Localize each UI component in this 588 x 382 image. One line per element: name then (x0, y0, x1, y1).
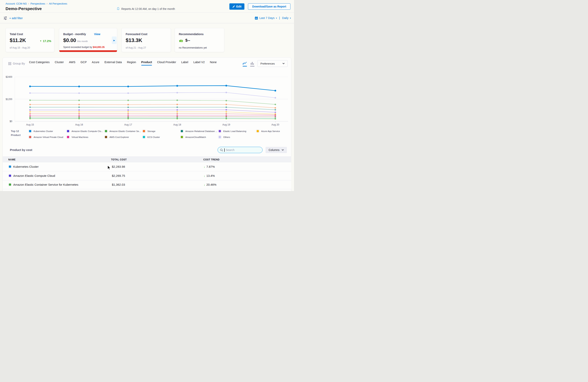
arrow-down-icon: ↓ (204, 165, 205, 168)
money-icon (179, 38, 184, 42)
series-color-swatch (28, 135, 32, 139)
budget-amount: $0.00 (63, 37, 76, 43)
row-product-name[interactable]: Amazon Elastic Container Service for Kub… (13, 183, 78, 186)
total-cost-period: of Aug 15 - Aug 20 (10, 46, 30, 49)
tab-gcp[interactable]: GCP (80, 60, 86, 65)
legend-item-amazon-elastic-container-se-[interactable]: Amazon Elastic Container Se... (104, 130, 142, 133)
tab-none[interactable]: None (210, 60, 217, 65)
chart-point (225, 109, 227, 111)
chart-point (176, 99, 178, 101)
row-cost-trend: ↓20.46% (204, 183, 216, 186)
budget-view-link[interactable]: View (94, 33, 100, 36)
legend-item-label: Elastic Load Balancing (223, 130, 246, 133)
tab-region[interactable]: Region (127, 60, 136, 65)
table-row[interactable]: Amazon Elastic Container Service for Kub… (3, 180, 291, 189)
edit-button[interactable]: Edit (229, 3, 244, 10)
series-color-swatch (104, 135, 108, 139)
legend-item-amazon-relational-database-[interactable]: Amazon Relational Database ... (180, 130, 218, 133)
row-cost-trend: ↓7.87% (204, 165, 215, 168)
breadcrumb-all-perspectives-link[interactable]: All Perspectives (49, 2, 67, 5)
budget-flyout-button[interactable]: ▶ (112, 37, 117, 44)
download-button-label: Download/Save as Report (252, 5, 286, 8)
col-header-total-cost[interactable]: TOTAL COST (111, 158, 127, 161)
budget-title: Budget - monthly (63, 33, 86, 36)
chart-point (225, 116, 227, 118)
search-input[interactable]: Search (218, 147, 263, 153)
chart-point (127, 86, 129, 87)
groupby-tabs: Cost CategoriesClusterAWSGCPAzureExterna… (29, 60, 217, 65)
tab-azure[interactable]: Azure (92, 60, 99, 65)
report-schedule[interactable]: Reports At 12:00 AM, on day 1 of the mon… (117, 7, 175, 10)
download-save-report-button[interactable]: Download/Save as Report (248, 3, 291, 10)
legend-item-storage[interactable]: Storage (142, 130, 180, 133)
breadcrumb-separator: › (47, 2, 48, 5)
legend-item-amazoncloudwatch[interactable]: AmazonCloudWatch (180, 135, 218, 139)
breadcrumb-account-link[interactable]: Account: CCM-NG (5, 2, 27, 5)
recommendations-card: Recommendations $-- no Recommendations y… (175, 28, 224, 52)
chart-point (29, 92, 31, 94)
table-row[interactable]: Kubernetes Cluster$2,283.98↓7.87% (3, 162, 291, 171)
chart-point (78, 92, 80, 94)
legend-item-elastic-load-balancing[interactable]: Elastic Load Balancing (218, 130, 256, 133)
row-product-name[interactable]: Amazon Elastic Compute Cloud (13, 174, 55, 177)
chart-point (127, 104, 129, 105)
legend-item-virtual-machines[interactable]: Virtual Machines (66, 135, 104, 139)
tab-cost-categories[interactable]: Cost Categories (29, 60, 50, 65)
table-row[interactable]: Amazon Elastic Compute Cloud$2,269.75↓13… (3, 172, 291, 180)
chart-point (176, 116, 178, 118)
breadcrumb-perspectives-link[interactable]: Perspectives (30, 2, 45, 5)
tab-product[interactable]: Product (141, 60, 152, 65)
total-cost-value: $11.2K (10, 37, 26, 43)
legend-item-amazon-virtual-private-cloud[interactable]: Amazon Virtual Private Cloud (28, 135, 66, 139)
budget-exceeded-amount: $44,693.35 (93, 46, 105, 49)
chart-point (29, 99, 31, 101)
tab-label[interactable]: Label (181, 60, 188, 65)
add-filter-button[interactable]: + add filter (9, 17, 23, 20)
series-color-swatch (8, 174, 12, 177)
table-header-row: NAME TOTAL COST COST TREND (3, 156, 291, 162)
tab-external-data[interactable]: External Data (105, 60, 122, 65)
col-header-cost-trend[interactable]: COST TREND (203, 158, 220, 161)
tab-aws[interactable]: AWS (69, 60, 75, 65)
legend-item-azure-app-service[interactable]: Azure App Service (256, 130, 294, 133)
tab-cluster[interactable]: Cluster (55, 60, 64, 65)
chart-point (275, 109, 276, 111)
legend-item-label: ECS Cluster (147, 136, 160, 138)
legend-item-ecs-cluster[interactable]: ECS Cluster (142, 135, 180, 139)
row-product-name[interactable]: Kubernetes Cluster (13, 165, 39, 168)
total-cost-trend: ▼ 17.2% (40, 39, 51, 43)
legend-item-kubernetes-cluster[interactable]: Kubernetes Cluster (28, 130, 66, 133)
y-axis-tick-label: $2400 (6, 76, 12, 78)
col-header-name[interactable]: NAME (8, 158, 16, 161)
bar-chart-toggle[interactable] (250, 61, 254, 66)
legend-item-label: Virtual Machines (72, 136, 88, 138)
recommendations-note: no Recommendations yet (179, 46, 207, 49)
chart-point (29, 109, 31, 111)
legend-item-amazon-elastic-compute-clo-[interactable]: Amazon Elastic Compute Clo... (66, 130, 104, 133)
chevron-down-icon: ▾ (290, 17, 291, 19)
granularity-selector[interactable]: Daily ▾ (282, 16, 291, 19)
filter-settings-icon[interactable] (3, 16, 7, 21)
arrow-down-icon: ↓ (204, 174, 205, 177)
series-color-swatch (256, 130, 259, 133)
chart-point (225, 111, 227, 113)
chart-point (225, 113, 227, 115)
chart-point (275, 97, 276, 99)
columns-button[interactable]: Columns (266, 147, 287, 153)
legend-item-others[interactable]: Others (218, 135, 256, 139)
legend-item-label: AWS Cost Explorer (109, 136, 129, 138)
tab-label-v2[interactable]: Label V2 (193, 60, 205, 65)
line-chart-toggle[interactable] (243, 61, 247, 66)
groupby-row: Group By Cost CategoriesClusterAWSGCPAzu… (0, 59, 294, 68)
budget-value-suffix: this month (77, 40, 88, 42)
chart-point (78, 104, 80, 105)
preferences-button[interactable]: Preferences (257, 60, 288, 67)
cost-line-chart[interactable]: $0$1200$2400Aug 15Aug 16Aug 17Aug 18Aug … (0, 71, 294, 130)
chart-point (176, 113, 178, 115)
series-color-swatch (180, 130, 184, 133)
legend-item-aws-cost-explorer[interactable]: AWS Cost Explorer (104, 135, 142, 139)
date-range-selector[interactable]: Last 7 Days ▾ (255, 16, 277, 20)
tab-cloud-provider[interactable]: Cloud Provider (157, 60, 176, 65)
search-placeholder: Search (226, 148, 234, 152)
series-color-swatch (66, 135, 70, 139)
